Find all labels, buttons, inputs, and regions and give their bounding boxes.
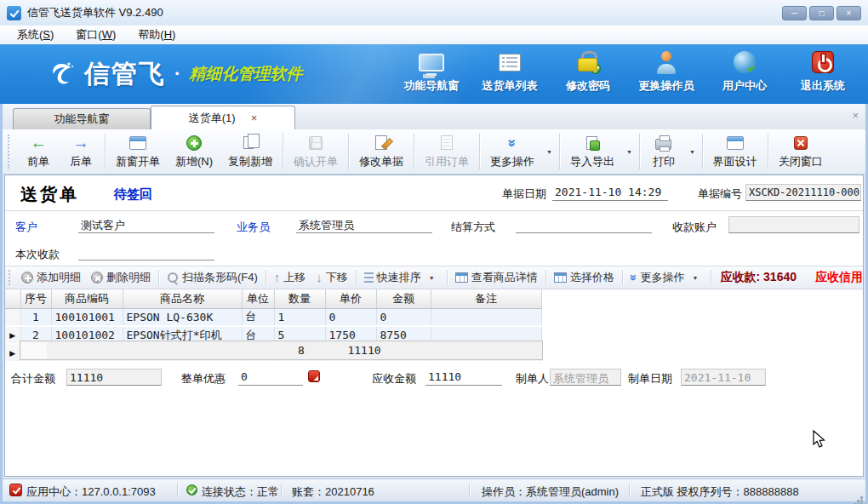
make-date-field: 2021-11-10 bbox=[681, 369, 766, 386]
col-qty[interactable]: 数量 bbox=[274, 289, 325, 308]
receivable-amount-field[interactable]: 11110 bbox=[425, 369, 502, 386]
table-row: 1 100101001 EPSON LQ-630K 台 1 0 0 bbox=[5, 308, 541, 326]
tab-bar: 功能导航窗 送货单(1) × × bbox=[3, 104, 865, 129]
select-price-button[interactable]: 选择价格 bbox=[549, 268, 620, 287]
monitor-icon bbox=[419, 54, 444, 72]
nav-delivery-list[interactable]: 送货单列表 bbox=[475, 49, 545, 94]
discount-label: 整单优惠 bbox=[181, 371, 226, 387]
ui-design-button[interactable]: 界面设计 bbox=[705, 132, 765, 172]
menu-window[interactable]: 窗口(W) bbox=[67, 26, 128, 44]
ref-order-button: 引用订单 bbox=[417, 132, 477, 172]
import-export-icon bbox=[586, 136, 597, 150]
view-product-button[interactable]: 查看商品详情 bbox=[450, 268, 543, 287]
ui-design-icon bbox=[727, 136, 744, 150]
import-export-button[interactable]: 导入导出 bbox=[562, 132, 622, 172]
customer-field[interactable]: 测试客户 bbox=[78, 216, 214, 233]
add-detail-button[interactable]: 添加明细 bbox=[16, 268, 86, 287]
delete-circle-icon bbox=[91, 272, 103, 284]
col-name[interactable]: 商品名称 bbox=[123, 289, 242, 308]
col-amount[interactable]: 金额 bbox=[376, 289, 431, 308]
resize-grip[interactable] bbox=[860, 496, 863, 499]
import-export-caret-icon[interactable]: ▼ bbox=[622, 149, 637, 155]
arrow-left-icon: ← bbox=[31, 135, 47, 151]
down-arrow-icon: ↓ bbox=[316, 272, 323, 284]
col-seq[interactable]: 序号 bbox=[20, 289, 51, 308]
discount-field[interactable]: 0 bbox=[238, 369, 303, 386]
print-button[interactable]: 打印 bbox=[642, 132, 685, 172]
add-circle-icon bbox=[21, 272, 33, 284]
edit-doc-button[interactable]: 修改单据 bbox=[351, 132, 411, 172]
arrow-right-icon: → bbox=[73, 135, 89, 151]
close-window-button[interactable]: 关闭窗口 bbox=[771, 132, 831, 172]
tab-function-window[interactable]: 功能导航窗 bbox=[13, 108, 151, 129]
total-amount-field: 11110 bbox=[66, 369, 162, 386]
operator-icon bbox=[655, 51, 677, 74]
receivable-amount-label: 应收金额 bbox=[372, 371, 416, 387]
prev-doc-button[interactable]: ← 前单 bbox=[17, 132, 60, 172]
scan-barcode-button[interactable]: 扫描条形码(F4) bbox=[162, 268, 263, 287]
nav-switch-operator[interactable]: 更换操作员 bbox=[631, 49, 701, 94]
total-qty: 8 bbox=[276, 344, 327, 357]
tabbar-close-icon[interactable]: × bbox=[852, 109, 859, 122]
delete-detail-button[interactable]: 删除明细 bbox=[86, 268, 156, 287]
status-bar: 应用中心：127.0.0.1:7093 连接状态：正常 账套：20210716 … bbox=[3, 478, 865, 501]
title-bar: 信管飞送货单软件 V9.2.490 ─ □ × bbox=[0, 0, 868, 26]
close-button[interactable]: × bbox=[837, 6, 861, 20]
row-marker[interactable]: ▶ bbox=[5, 344, 20, 362]
nav-user-center[interactable]: 用户中心 bbox=[710, 49, 779, 94]
more-actions-caret-icon[interactable]: ▼ bbox=[542, 149, 557, 155]
double-chevron-icon: » bbox=[506, 139, 518, 146]
nav-exit-system[interactable]: 退出系统 bbox=[788, 49, 858, 94]
new-button[interactable]: 新增(N) bbox=[168, 132, 220, 172]
detail-more-actions-button[interactable]: » 更多操作 ▼ bbox=[625, 268, 708, 287]
price-table-icon bbox=[554, 272, 567, 283]
col-note[interactable]: 备注 bbox=[431, 289, 541, 308]
toolbar-grip[interactable] bbox=[8, 135, 13, 169]
col-price[interactable]: 单价 bbox=[325, 289, 376, 308]
quick-sort-button[interactable]: 快速排序 ▼ bbox=[359, 268, 444, 287]
nav-change-password[interactable]: 修改密码 bbox=[553, 49, 623, 94]
col-code[interactable]: 商品编码 bbox=[51, 289, 123, 308]
lock-check-icon bbox=[578, 51, 598, 73]
new-window-button[interactable]: 新窗开单 bbox=[108, 132, 168, 172]
row-marker[interactable] bbox=[5, 308, 20, 326]
menu-system[interactable]: 系统(S) bbox=[9, 26, 66, 44]
move-up-button[interactable]: ↑ 上移 bbox=[269, 268, 311, 287]
discount-edit-icon[interactable] bbox=[308, 370, 320, 382]
tab-close-icon[interactable]: × bbox=[251, 107, 258, 129]
maker-label: 制单人 bbox=[516, 371, 549, 387]
table-header-row: 序号 商品编码 商品名称 单位 数量 单价 金额 备注 bbox=[5, 289, 541, 308]
menu-help[interactable]: 帮助(H) bbox=[129, 26, 187, 44]
statusbar-app-icon bbox=[9, 484, 22, 496]
edit-icon bbox=[375, 135, 387, 150]
receivable-text: 应收款: 31640 bbox=[721, 270, 797, 285]
ref-doc-icon bbox=[441, 135, 453, 150]
doc-title: 送货单 bbox=[20, 183, 79, 206]
detail-toolbar-grip[interactable] bbox=[9, 270, 13, 285]
tab-delivery-note[interactable]: 送货单(1) × bbox=[151, 106, 295, 129]
payment-field[interactable] bbox=[78, 243, 214, 261]
maximize-button[interactable]: □ bbox=[809, 6, 834, 20]
next-doc-button[interactable]: → 后单 bbox=[60, 132, 102, 172]
settle-field[interactable] bbox=[516, 216, 652, 233]
doc-date-field[interactable]: 2021-11-10 14:29 bbox=[552, 184, 668, 201]
brand-dot: · bbox=[174, 63, 180, 85]
row-marker[interactable]: ▶ bbox=[5, 326, 20, 344]
account-set-status: 账套：20210716 bbox=[292, 484, 374, 500]
nav-function-window[interactable]: 功能导航窗 bbox=[397, 49, 466, 94]
minimize-button[interactable]: ─ bbox=[782, 6, 807, 20]
print-caret-icon[interactable]: ▼ bbox=[685, 149, 700, 155]
double-chevron-icon: » bbox=[628, 274, 640, 281]
doc-no-field: XSCKD-20211110-0001 bbox=[745, 184, 861, 201]
quick-sort-caret-icon: ▼ bbox=[425, 275, 439, 281]
copy-new-button[interactable]: 复制新增 bbox=[220, 132, 280, 172]
operator-status: 操作员：系统管理员(admin) bbox=[482, 484, 619, 500]
license-status: 正式版 授权序列号：888888888 bbox=[641, 484, 799, 500]
selector-header bbox=[5, 289, 20, 308]
more-actions-button[interactable]: » 更多操作 bbox=[483, 132, 542, 172]
salesman-field[interactable]: 系统管理员 bbox=[296, 216, 432, 233]
power-icon bbox=[812, 51, 834, 73]
totals-row: 8 11110 bbox=[20, 341, 543, 360]
move-down-button[interactable]: ↓ 下移 bbox=[311, 268, 353, 287]
col-unit[interactable]: 单位 bbox=[242, 289, 274, 308]
